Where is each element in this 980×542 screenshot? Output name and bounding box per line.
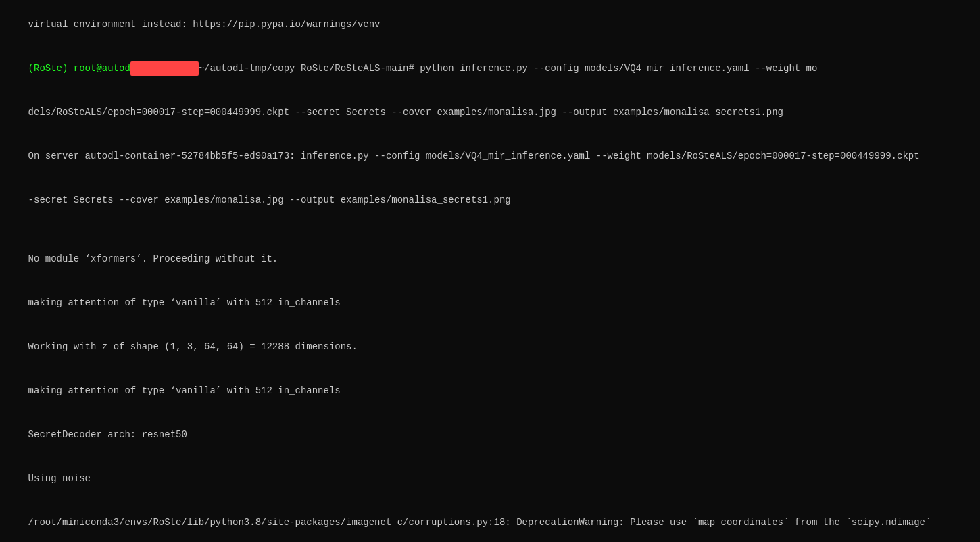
line-text: dels/RoSteALS/epoch=000017-step=00044999…	[28, 107, 783, 118]
line-text: On server autodl-container-52784bb5f5-ed…	[28, 151, 920, 162]
terminal-line: On server autodl-container-52784bb5f5-ed…	[5, 134, 975, 178]
line-text: making attention of type ‘vanilla’ with …	[28, 297, 341, 308]
line-text: -secret Secrets --cover examples/monalis…	[28, 195, 511, 205]
terminal-line: making attention of type ‘vanilla’ with …	[5, 281, 975, 325]
line-text: Working with z of shape (1, 3, 64, 64) =…	[28, 341, 358, 352]
terminal-line	[5, 222, 975, 237]
terminal-line: -secret Secrets --cover examples/monalis…	[5, 178, 975, 222]
line-text: /root/miniconda3/envs/RoSte/lib/python3.…	[28, 517, 931, 528]
terminal-line: /root/miniconda3/envs/RoSte/lib/python3.…	[5, 501, 975, 542]
terminal-window: virtual environment instead: https://pip…	[0, 0, 980, 542]
terminal-line: No module ‘xformers’. Proceeding without…	[5, 237, 975, 281]
terminal-line: Working with z of shape (1, 3, 64, 64) =…	[5, 325, 975, 369]
redacted-hostname	[130, 61, 199, 76]
terminal-line: dels/RoSteALS/epoch=000017-step=00044999…	[5, 91, 975, 134]
line-text: No module ‘xformers’. Proceeding without…	[28, 253, 278, 264]
terminal-line: (RoSte) root@autod ~/autodl-tmp/copy_RoS…	[5, 47, 975, 91]
line-text: making attention of type ‘vanilla’ with …	[28, 385, 341, 396]
terminal-line: SecretDecoder arch: resnet50	[5, 413, 975, 457]
terminal-line: Using noise	[5, 457, 975, 501]
line-text: SecretDecoder arch: resnet50	[28, 429, 187, 440]
line-text: virtual environment instead: https://pip…	[28, 19, 381, 30]
line-text: Using noise	[28, 473, 91, 484]
terminal-line: virtual environment instead: https://pip…	[5, 3, 975, 47]
prompt-user: (RoSte) root@autod	[28, 63, 130, 74]
command-text: ~/autodl-tmp/copy_RoSte/RoSteALS-main# p…	[199, 63, 818, 74]
terminal-line: making attention of type ‘vanilla’ with …	[5, 369, 975, 413]
